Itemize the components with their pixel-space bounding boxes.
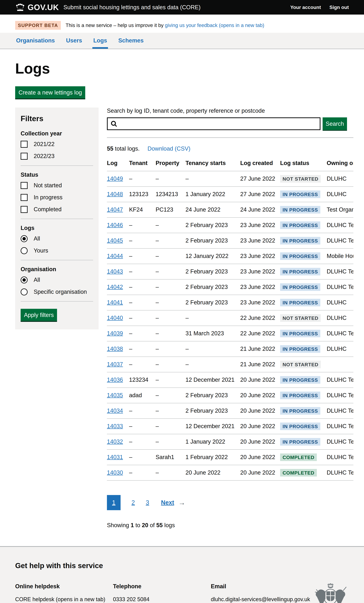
logs-radio[interactable] [21,235,28,242]
log-id-link[interactable]: 14040 [107,315,123,321]
tab-organisations[interactable]: Organisations [15,33,56,49]
collection-year-option-label[interactable]: 2021/22 [34,141,54,147]
log-id-cell: 14045 [107,233,129,248]
log-id-link[interactable]: 14038 [107,346,123,352]
log-created-cell: 23 June 2022 [240,248,280,264]
next-page-link[interactable]: Next [161,499,174,506]
results-divider [107,137,353,138]
logs-option-label[interactable]: Yours [34,247,48,254]
log-id-link[interactable]: 14044 [107,253,123,259]
log-id-link[interactable]: 14047 [107,206,123,213]
log-id-link[interactable]: 14035 [107,392,123,398]
create-lettings-log-button[interactable]: Create a new lettings log [15,86,85,98]
log-status-cell: In progress [280,388,327,403]
govuk-logotype: GOV.UK [28,3,59,12]
search-button[interactable]: Search [323,117,347,130]
status-checkbox[interactable] [21,182,28,189]
tab-users[interactable]: Users [65,33,83,49]
property-cell: – [156,310,186,326]
tab-logs[interactable]: Logs [92,33,108,49]
header-accent-bar [0,14,364,18]
log-id-link[interactable]: 14043 [107,268,123,275]
collection-year-checkbox[interactable] [21,153,28,160]
log-created-cell: 22 June 2022 [240,310,280,326]
log-status-cell: In progress [280,326,327,341]
status-option-label[interactable]: In progress [34,194,62,201]
log-id-link[interactable]: 14033 [107,423,123,429]
owning-organisation-cell: DLUHC Tes [327,279,353,295]
tab-schemes[interactable]: Schemes [117,33,144,49]
your-account-link[interactable]: Your account [290,5,321,10]
owning-organisation-cell: DLUHC Tes [327,434,353,450]
organisation-option-label[interactable]: Specific organisation [34,289,87,295]
log-id-link[interactable]: 14046 [107,222,123,228]
log-created-cell: 23 June 2022 [240,218,280,233]
log-id-link[interactable]: 14041 [107,299,123,306]
log-id-link[interactable]: 14031 [107,454,123,460]
footer-telephone-column: Telephone 0333 202 5084 Monday to Friday… [113,583,211,603]
core-helpdesk-link[interactable]: CORE helpdesk (opens in a new tab) [15,596,105,603]
apply-filters-button[interactable]: Apply filters [21,309,57,321]
log-id-link[interactable]: 14039 [107,330,123,336]
table-row: 14036123234–12 December 202120 June 2022… [107,372,353,388]
log-id-link[interactable]: 14045 [107,237,123,244]
log-id-link[interactable]: 14034 [107,407,123,414]
status-badge: In progress [280,237,320,244]
log-id-link[interactable]: 14048 [107,191,123,197]
search-input[interactable] [107,117,320,130]
page-link[interactable]: 2 [131,499,135,506]
log-status-cell: Completed [280,465,327,480]
logs-radio[interactable] [21,247,28,254]
royal-coat-of-arms-icon [312,583,350,603]
status-checkbox[interactable] [21,206,28,213]
page-link[interactable]: 3 [146,499,149,506]
status-checkbox[interactable] [21,194,28,201]
table-row: 14045––2 February 202323 June 2022In pro… [107,233,353,248]
tenancy-starts-cell: 2 February 2023 [186,279,240,295]
log-created-cell: 23 June 2022 [240,295,280,310]
footer-heading: Get help with this service [15,561,349,570]
status-option-label[interactable]: Not started [34,182,62,189]
log-id-link[interactable]: 14037 [107,361,123,368]
log-created-cell: 23 June 2022 [240,279,280,295]
log-id-link[interactable]: 14036 [107,377,123,383]
log-id-cell: 14030 [107,465,129,480]
column-header: Log created [240,160,280,171]
support-email-link[interactable]: dluhc.digital-services@levellingup.gov.u… [211,596,310,603]
footer-email-column: Email dluhc.digital-services@levellingup… [211,583,314,603]
tenancy-starts-cell: 31 March 2023 [186,326,240,341]
status-badge: In progress [280,268,320,275]
property-cell: – [156,295,186,310]
log-created-cell: 20 June 2022 [240,372,280,388]
table-row: 1404812312312342131 January 202227 June … [107,186,353,202]
log-id-link[interactable]: 14030 [107,469,123,476]
log-id-cell: 14039 [107,326,129,341]
tenant-cell: – [129,295,156,310]
tenant-cell: – [129,326,156,341]
log-id-link[interactable]: 14032 [107,439,123,445]
feedback-link[interactable]: giving us your feedback (opens in a new … [165,23,264,28]
organisation-radio[interactable] [21,289,28,295]
organisation-option: Specific organisation [21,289,93,295]
tenant-cell: – [129,218,156,233]
results-count-line: 55 total logs.Download (CSV) [107,145,353,152]
organisation-option-label[interactable]: All [34,277,40,283]
log-id-link[interactable]: 14049 [107,175,123,182]
pagination: 123Next→ [107,495,353,510]
organisation-radio[interactable] [21,277,28,283]
footer-helpdesk-column: Online helpdesk CORE helpdesk (opens in … [15,583,113,603]
log-id-cell: 14031 [107,450,129,465]
collection-year-checkbox[interactable] [21,141,28,148]
footer: Get help with this service Online helpde… [0,546,364,603]
log-id-link[interactable]: 14042 [107,284,123,290]
sign-out-link[interactable]: Sign out [329,5,349,10]
tenancy-starts-cell: – [186,357,240,372]
service-name[interactable]: Submit social housing lettings and sales… [63,4,200,11]
property-cell: – [156,388,186,403]
collection-year-option-label[interactable]: 2022/23 [34,153,54,159]
govuk-logo[interactable]: GOV.UK [15,3,59,12]
logs-option-label[interactable]: All [34,235,40,242]
download-csv-link[interactable]: Download (CSV) [148,145,190,152]
page-current[interactable]: 1 [107,495,121,510]
status-option-label[interactable]: Completed [34,206,62,213]
